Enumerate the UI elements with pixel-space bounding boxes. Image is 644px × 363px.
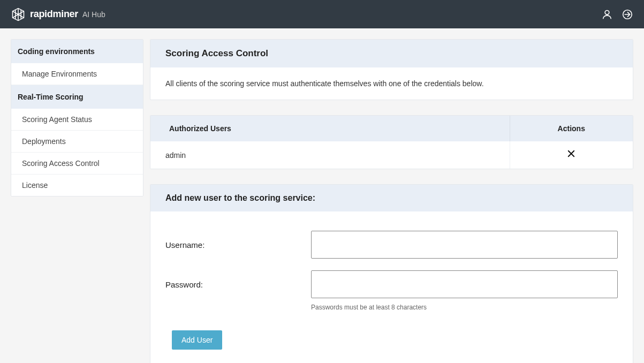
rapidminer-logo-icon [11, 7, 26, 22]
password-input[interactable] [311, 270, 618, 298]
table-row: admin [150, 141, 633, 169]
user-icon[interactable] [601, 9, 613, 20]
add-user-heading: Add new user to the scoring service: [150, 185, 633, 211]
sidebar-item-deployments[interactable]: Deployments [11, 131, 143, 153]
panel-overview: Scoring Access Control All clients of th… [150, 39, 633, 100]
sidebar-item-license[interactable]: License [11, 175, 143, 196]
sidebar-section-scoring: Real-Time Scoring [11, 85, 143, 109]
logo-area[interactable]: rapidminer AI Hub [11, 7, 105, 22]
main-content: Scoring Access Control All clients of th… [150, 39, 633, 363]
header-actions [601, 9, 633, 20]
username-label: Username: [165, 240, 311, 249]
password-label: Password: [165, 280, 311, 289]
brand-sub: AI Hub [82, 10, 105, 19]
password-hint: Passwords must be at least 8 characters [311, 304, 618, 311]
sidebar-item-manage-environments[interactable]: Manage Environments [11, 63, 143, 85]
col-authorized-users: Authorized Users [150, 116, 510, 141]
panel-add-user: Add new user to the scoring service: Use… [150, 184, 633, 363]
panel-users: Authorized Users Actions admin [150, 115, 633, 169]
page-title: Scoring Access Control [150, 40, 633, 67]
main-container: Coding environments Manage Environments … [0, 28, 644, 363]
sidebar-section-coding: Coding environments [11, 40, 143, 63]
sidebar-item-agent-status[interactable]: Scoring Agent Status [11, 109, 143, 131]
sidebar: Coding environments Manage Environments … [11, 39, 143, 196]
delete-user-icon[interactable] [566, 149, 576, 161]
sidebar-item-access-control[interactable]: Scoring Access Control [11, 153, 143, 175]
brand-name: rapidminer [30, 9, 78, 19]
authorized-users-table: Authorized Users Actions admin [150, 116, 633, 169]
col-actions: Actions [510, 116, 633, 141]
logout-icon[interactable] [622, 9, 633, 20]
svg-point-0 [605, 10, 609, 14]
username-input[interactable] [311, 231, 618, 259]
page-description: All clients of the scoring service must … [150, 67, 633, 100]
add-user-button[interactable]: Add User [172, 330, 222, 350]
user-name-cell: admin [150, 141, 510, 169]
app-header: rapidminer AI Hub [0, 0, 644, 28]
